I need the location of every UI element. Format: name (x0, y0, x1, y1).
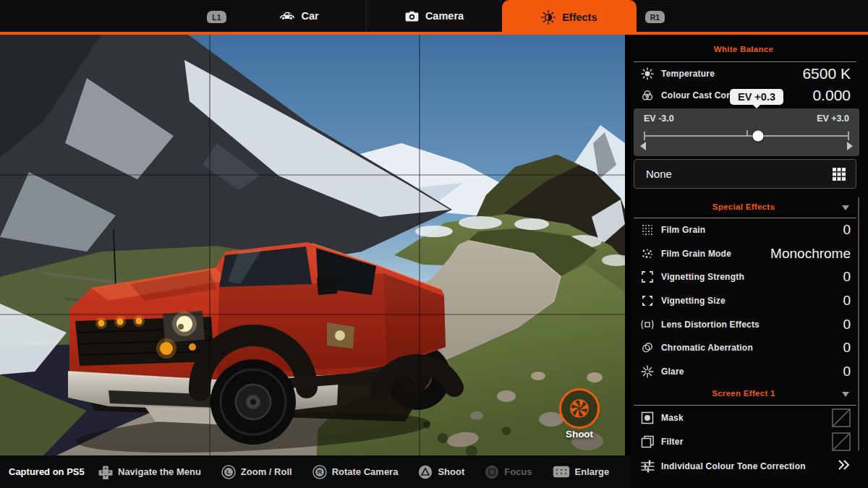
row-mask[interactable]: Mask (631, 406, 868, 429)
effects-brightness-icon (541, 10, 556, 25)
r1-shoulder-badge: R1 (645, 11, 665, 23)
grid-icon (832, 167, 846, 184)
right-stick-icon: R (312, 465, 327, 479)
divider (634, 61, 856, 62)
tab-camera[interactable]: Camera (366, 0, 501, 32)
row-film-grain[interactable]: Film Grain 0 (631, 218, 868, 242)
hint-zoom-roll: L Zoom / Roll (221, 465, 292, 479)
scape-photo-mountain-road-truck (0, 35, 625, 455)
hint-rotate-camera: R Rotate Camera (312, 465, 399, 479)
temperature-value: 6500 K (802, 65, 851, 82)
tab-effects[interactable]: Effects (502, 0, 637, 35)
hint-label: Focus (504, 466, 532, 477)
shoot-button-label: Shoot (548, 429, 610, 440)
filter-icon (639, 435, 655, 448)
hint-label: Enlarge (575, 466, 610, 477)
ev-max-label: EV +3.0 (817, 114, 849, 124)
screen-effect-header: Screen Effect 1 (634, 389, 854, 398)
row-value: 0 (843, 222, 851, 238)
row-chromatic-aberration[interactable]: Chromatic Aberration 0 (631, 336, 868, 360)
special-effects-rows: Film Grain 0 Film Grain Mode Monochrome (631, 218, 868, 383)
chevrons-icon (836, 460, 851, 473)
hint-label: Navigate the Menu (118, 466, 201, 477)
hint-label: Zoom / Roll (241, 466, 292, 477)
left-stick-icon: L (221, 465, 236, 479)
ev-slider-panel: EV -3.0 EV +3.0 EV +0.3 (634, 108, 859, 156)
tab-car-label: Car (302, 10, 319, 22)
ev-slider-handle[interactable] (752, 131, 763, 142)
ev-slider-track[interactable] (644, 135, 849, 137)
glare-icon (639, 365, 655, 378)
touchpad-icon (553, 466, 570, 478)
svg-text:L: L (226, 468, 231, 476)
mask-icon (639, 411, 655, 424)
row-value: 0 (843, 340, 851, 356)
row-label: Lens Distortion Effects (661, 320, 760, 330)
ev-value-tooltip: EV +0.3 (730, 89, 783, 105)
hint-label: Shoot (438, 466, 464, 477)
square-button-icon (485, 465, 499, 479)
film-grain-icon (639, 223, 655, 236)
row-label: Individual Colour Tone Correction (661, 461, 806, 471)
photo-viewport[interactable]: Shoot (0, 35, 625, 455)
row-value: Monochrome (770, 246, 851, 262)
controller-hints: Navigate the Menu L Zoom / Roll R Rotate… (98, 465, 609, 479)
tone-correction-sliders-icon (639, 460, 655, 473)
tab-camera-label: Camera (425, 10, 464, 22)
row-filter[interactable]: Filter (631, 429, 868, 453)
aperture-icon (569, 398, 590, 419)
gt7-photo-mode: L1 Car Camera (0, 0, 868, 488)
row-label: Glare (661, 367, 684, 377)
temperature-label: Temperature (661, 69, 715, 79)
row-lens-distortion[interactable]: Lens Distortion Effects 0 (631, 312, 868, 336)
vignetting-strength-icon (639, 270, 655, 283)
row-value: 0 (843, 269, 851, 285)
film-grain-mode-icon (639, 247, 655, 260)
svg-text:R: R (317, 468, 322, 476)
wb-preset-selector[interactable]: None (634, 159, 856, 189)
camera-icon (405, 11, 419, 22)
row-label: Film Grain Mode (661, 249, 731, 259)
row-label: Vignetting Strength (661, 272, 744, 282)
lens-distortion-icon (639, 318, 655, 331)
colour-cast-icon (639, 89, 655, 102)
tab-effects-label: Effects (562, 12, 597, 23)
captured-on-ps5-label: Captured on PS5 (9, 466, 94, 477)
dpad-icon (98, 465, 113, 479)
row-temperature[interactable]: Temperature 6500 K (631, 64, 868, 84)
tab-strip: Car Camera (231, 0, 637, 32)
temperature-icon (639, 67, 655, 80)
ev-decrease-arrow[interactable] (640, 142, 646, 150)
hint-label: Rotate Camera (332, 466, 399, 477)
colour-cast-value: 0.000 (812, 87, 851, 104)
filter-checkbox[interactable] (832, 432, 851, 451)
panel-scrollbar[interactable] (858, 197, 859, 450)
hint-shoot: Shoot (418, 465, 464, 479)
wb-preset-value: None (646, 168, 672, 180)
triangle-button-icon (418, 465, 433, 479)
row-individual-colour-tone-correction[interactable]: Individual Colour Tone Correction (631, 453, 868, 479)
row-label: Filter (661, 437, 684, 447)
mask-checkbox[interactable] (832, 408, 851, 427)
shoot-button[interactable] (559, 388, 600, 429)
row-value: 0 (843, 364, 851, 380)
car-icon (279, 11, 295, 21)
effects-panel: White Balance Temperature 6500 K (631, 35, 868, 488)
row-film-grain-mode[interactable]: Film Grain Mode Monochrome (631, 242, 868, 266)
vignetting-size-icon (639, 294, 655, 307)
white-balance-header: White Balance (634, 45, 854, 53)
tab-car[interactable]: Car (231, 0, 366, 32)
ev-increase-arrow[interactable] (847, 142, 853, 150)
row-value: 0 (843, 293, 851, 309)
row-vignetting-size[interactable]: Vignetting Size 0 (631, 289, 868, 313)
screen-effect-collapse-toggle[interactable] (842, 392, 849, 397)
ev-min-label: EV -3.0 (644, 114, 674, 124)
row-vignetting-strength[interactable]: Vignetting Strength 0 (631, 265, 868, 289)
hint-focus: Focus (485, 465, 532, 479)
screen-effect-rows: Mask Filter (631, 406, 868, 479)
row-glare[interactable]: Glare 0 (631, 360, 868, 384)
row-value: 0 (843, 317, 851, 333)
row-label: Chromatic Aberration (661, 343, 753, 353)
hint-enlarge: Enlarge (553, 466, 610, 478)
special-effects-collapse-toggle[interactable] (842, 205, 849, 210)
